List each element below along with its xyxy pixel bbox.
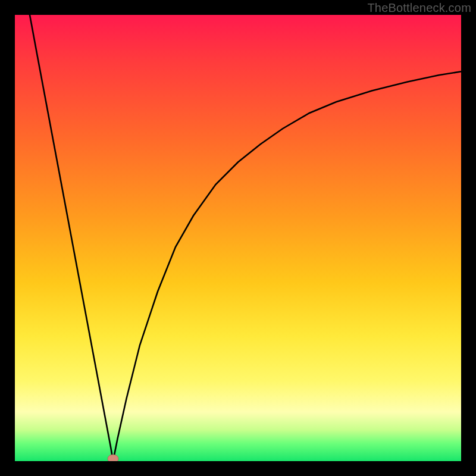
plot-area — [15, 15, 461, 461]
chart-frame: TheBottleneck.com — [0, 0, 476, 476]
curve-left-branch — [30, 15, 113, 461]
curve-right-branch — [113, 71, 461, 461]
optimal-point-marker — [108, 455, 118, 461]
watermark-text: TheBottleneck.com — [367, 1, 471, 15]
bottleneck-curve — [15, 15, 461, 461]
